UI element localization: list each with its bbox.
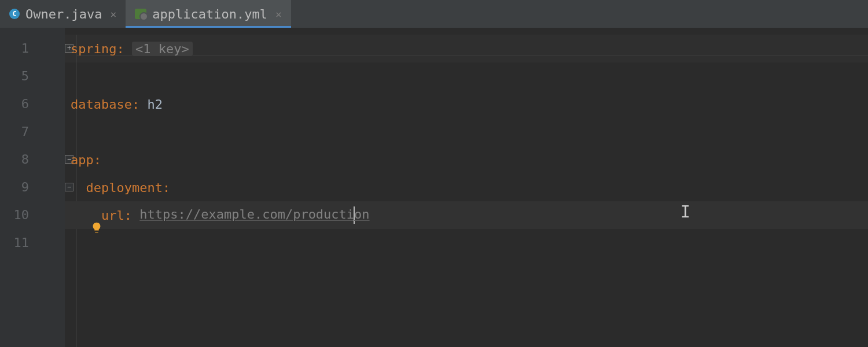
yaml-file-icon (135, 9, 146, 19)
url-value[interactable]: https://example.com/production (139, 206, 369, 224)
java-class-icon: C (9, 9, 20, 19)
line-number-gutter: 1 5 6 7 8 9 10 11 (0, 28, 65, 347)
code-line[interactable] (65, 118, 868, 146)
line-number: 1 (0, 35, 65, 62)
close-icon[interactable]: × (275, 8, 282, 20)
line-number: 8 (0, 146, 65, 174)
line-number: 6 (0, 90, 65, 118)
code-line[interactable]: database: h2 (65, 90, 868, 118)
code-line[interactable]: deployment: (65, 174, 868, 201)
line-number: 5 (0, 62, 65, 90)
code-line[interactable] (65, 229, 868, 257)
tab-application-yml[interactable]: application.yml × (126, 0, 291, 28)
code-line[interactable]: app: (65, 146, 868, 174)
close-icon[interactable]: × (110, 8, 116, 20)
editor: 1 5 6 7 8 9 10 11 + − − − spring: <1 key… (0, 28, 868, 347)
folded-region-hint[interactable]: <1 key> (132, 42, 193, 56)
line-number: 7 (0, 118, 65, 146)
tab-owner-java[interactable]: C Owner.java × (0, 0, 126, 28)
intention-bulb-icon[interactable] (29, 207, 42, 220)
code-area[interactable]: spring: <1 key> database: h2 app: deploy… (65, 28, 868, 347)
line-number: 9 (0, 174, 65, 201)
tab-label: application.yml (152, 7, 267, 21)
tab-label: Owner.java (25, 7, 102, 21)
editor-tabs: C Owner.java × application.yml × (0, 0, 868, 28)
code-line[interactable]: spring: <1 key> (65, 35, 868, 62)
code-line[interactable] (65, 62, 868, 90)
code-line-current[interactable]: url: https://example.com/production (65, 201, 868, 229)
